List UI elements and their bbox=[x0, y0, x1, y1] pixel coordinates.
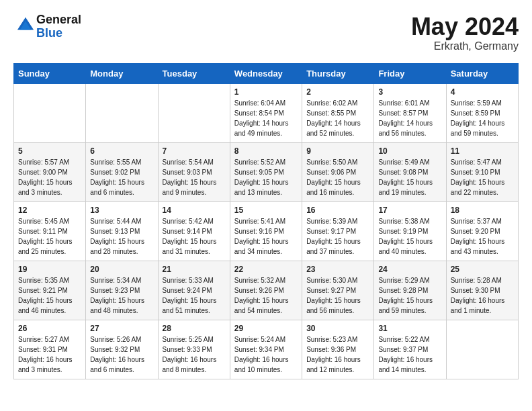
day-number: 15 bbox=[234, 205, 298, 215]
calendar-cell: 4Sunrise: 5:59 AMSunset: 8:59 PMDaylight… bbox=[446, 83, 518, 142]
day-detail: Sunrise: 5:27 AMSunset: 9:31 PMDaylight:… bbox=[18, 334, 81, 375]
day-number: 27 bbox=[90, 324, 153, 333]
title-block: May 2024 Erkrath, Germany bbox=[411, 13, 519, 52]
weekday-header-saturday: Saturday bbox=[446, 63, 518, 83]
day-number: 28 bbox=[163, 324, 226, 333]
day-detail: Sunrise: 5:35 AMSunset: 9:21 PMDaylight:… bbox=[18, 275, 81, 316]
day-detail: Sunrise: 6:04 AMSunset: 8:54 PMDaylight:… bbox=[234, 98, 298, 138]
day-number: 16 bbox=[306, 205, 369, 215]
calendar-cell: 26Sunrise: 5:27 AMSunset: 9:31 PMDayligh… bbox=[14, 320, 86, 379]
day-number: 29 bbox=[234, 324, 298, 333]
day-detail: Sunrise: 5:22 AMSunset: 9:37 PMDaylight:… bbox=[378, 334, 441, 375]
logo-text-general: General bbox=[36, 13, 81, 26]
calendar-cell bbox=[158, 83, 230, 142]
calendar-cell: 24Sunrise: 5:29 AMSunset: 9:28 PMDayligh… bbox=[374, 261, 446, 320]
calendar-cell: 25Sunrise: 5:28 AMSunset: 9:30 PMDayligh… bbox=[446, 261, 518, 320]
day-detail: Sunrise: 5:26 AMSunset: 9:32 PMDaylight:… bbox=[90, 334, 153, 375]
calendar-cell: 2Sunrise: 6:02 AMSunset: 8:55 PMDaylight… bbox=[302, 83, 374, 142]
day-number: 9 bbox=[306, 146, 369, 156]
calendar-week-row: 19Sunrise: 5:35 AMSunset: 9:21 PMDayligh… bbox=[14, 261, 519, 320]
day-detail: Sunrise: 5:55 AMSunset: 9:02 PMDaylight:… bbox=[90, 157, 153, 197]
calendar-cell: 9Sunrise: 5:50 AMSunset: 9:06 PMDaylight… bbox=[302, 142, 374, 201]
day-number: 25 bbox=[451, 265, 514, 274]
day-detail: Sunrise: 5:29 AMSunset: 9:28 PMDaylight:… bbox=[378, 275, 441, 316]
day-detail: Sunrise: 5:49 AMSunset: 9:08 PMDaylight:… bbox=[378, 157, 441, 197]
day-detail: Sunrise: 5:47 AMSunset: 9:10 PMDaylight:… bbox=[451, 157, 514, 197]
calendar-cell: 21Sunrise: 5:33 AMSunset: 9:24 PMDayligh… bbox=[158, 261, 230, 320]
day-number: 1 bbox=[234, 87, 298, 97]
calendar-cell: 16Sunrise: 5:39 AMSunset: 9:17 PMDayligh… bbox=[302, 201, 374, 261]
calendar-week-row: 1Sunrise: 6:04 AMSunset: 8:54 PMDaylight… bbox=[14, 83, 519, 142]
calendar-week-row: 5Sunrise: 5:57 AMSunset: 9:00 PMDaylight… bbox=[14, 142, 519, 201]
calendar-cell: 5Sunrise: 5:57 AMSunset: 9:00 PMDaylight… bbox=[14, 142, 86, 201]
weekday-header-friday: Friday bbox=[374, 63, 446, 83]
weekday-header-thursday: Thursday bbox=[302, 63, 374, 83]
day-number: 19 bbox=[18, 265, 81, 274]
calendar-cell: 28Sunrise: 5:25 AMSunset: 9:33 PMDayligh… bbox=[158, 320, 230, 379]
day-detail: Sunrise: 5:32 AMSunset: 9:26 PMDaylight:… bbox=[234, 275, 298, 316]
day-number: 7 bbox=[163, 146, 226, 156]
day-detail: Sunrise: 5:24 AMSunset: 9:34 PMDaylight:… bbox=[234, 334, 298, 375]
calendar-cell: 19Sunrise: 5:35 AMSunset: 9:21 PMDayligh… bbox=[14, 261, 86, 320]
weekday-header-monday: Monday bbox=[86, 63, 158, 83]
day-number: 12 bbox=[18, 205, 81, 215]
calendar-cell: 20Sunrise: 5:34 AMSunset: 9:23 PMDayligh… bbox=[86, 261, 158, 320]
day-number: 13 bbox=[90, 205, 153, 215]
calendar-cell: 15Sunrise: 5:41 AMSunset: 9:16 PMDayligh… bbox=[230, 201, 302, 261]
day-number: 21 bbox=[163, 265, 226, 274]
calendar-cell: 7Sunrise: 5:54 AMSunset: 9:03 PMDaylight… bbox=[158, 142, 230, 201]
day-number: 2 bbox=[306, 87, 369, 97]
calendar-cell: 31Sunrise: 5:22 AMSunset: 9:37 PMDayligh… bbox=[374, 320, 446, 379]
calendar-cell: 10Sunrise: 5:49 AMSunset: 9:08 PMDayligh… bbox=[374, 142, 446, 201]
calendar-cell: 6Sunrise: 5:55 AMSunset: 9:02 PMDaylight… bbox=[86, 142, 158, 201]
calendar-cell: 14Sunrise: 5:42 AMSunset: 9:14 PMDayligh… bbox=[158, 201, 230, 261]
calendar-cell bbox=[86, 83, 158, 142]
day-detail: Sunrise: 5:30 AMSunset: 9:27 PMDaylight:… bbox=[306, 275, 369, 316]
day-number: 23 bbox=[306, 265, 369, 274]
weekday-header-wednesday: Wednesday bbox=[230, 63, 302, 83]
calendar-cell: 1Sunrise: 6:04 AMSunset: 8:54 PMDaylight… bbox=[230, 83, 302, 142]
logo-text-blue: Blue bbox=[36, 26, 62, 40]
day-number: 10 bbox=[378, 146, 441, 156]
calendar-cell: 22Sunrise: 5:32 AMSunset: 9:26 PMDayligh… bbox=[230, 261, 302, 320]
calendar-cell bbox=[446, 320, 518, 379]
day-detail: Sunrise: 5:59 AMSunset: 8:59 PMDaylight:… bbox=[451, 98, 514, 138]
day-number: 17 bbox=[378, 205, 441, 215]
day-number: 22 bbox=[234, 265, 298, 274]
day-detail: Sunrise: 6:01 AMSunset: 8:57 PMDaylight:… bbox=[378, 98, 441, 138]
weekday-header-sunday: Sunday bbox=[14, 63, 86, 83]
day-detail: Sunrise: 5:50 AMSunset: 9:06 PMDaylight:… bbox=[306, 157, 369, 197]
day-detail: Sunrise: 5:44 AMSunset: 9:13 PMDaylight:… bbox=[90, 216, 153, 257]
calendar-table: SundayMondayTuesdayWednesdayThursdayFrid… bbox=[13, 63, 519, 379]
day-number: 26 bbox=[18, 324, 81, 333]
day-detail: Sunrise: 5:45 AMSunset: 9:11 PMDaylight:… bbox=[18, 216, 81, 257]
day-detail: Sunrise: 5:54 AMSunset: 9:03 PMDaylight:… bbox=[163, 157, 226, 197]
day-detail: Sunrise: 5:57 AMSunset: 9:00 PMDaylight:… bbox=[18, 157, 81, 197]
day-number: 6 bbox=[90, 146, 153, 156]
calendar-cell: 27Sunrise: 5:26 AMSunset: 9:32 PMDayligh… bbox=[86, 320, 158, 379]
day-detail: Sunrise: 5:41 AMSunset: 9:16 PMDaylight:… bbox=[234, 216, 298, 257]
calendar-cell: 30Sunrise: 5:23 AMSunset: 9:36 PMDayligh… bbox=[302, 320, 374, 379]
day-detail: Sunrise: 5:38 AMSunset: 9:19 PMDaylight:… bbox=[378, 216, 441, 257]
day-detail: Sunrise: 5:28 AMSunset: 9:30 PMDaylight:… bbox=[451, 275, 514, 316]
logo: General Blue bbox=[13, 13, 81, 40]
day-detail: Sunrise: 5:33 AMSunset: 9:24 PMDaylight:… bbox=[163, 275, 226, 316]
calendar-week-row: 26Sunrise: 5:27 AMSunset: 9:31 PMDayligh… bbox=[14, 320, 519, 379]
calendar-header-row: SundayMondayTuesdayWednesdayThursdayFrid… bbox=[14, 63, 519, 83]
calendar-cell: 11Sunrise: 5:47 AMSunset: 9:10 PMDayligh… bbox=[446, 142, 518, 201]
day-number: 3 bbox=[378, 87, 441, 97]
day-number: 20 bbox=[90, 265, 153, 274]
day-number: 24 bbox=[378, 265, 441, 274]
calendar-week-row: 12Sunrise: 5:45 AMSunset: 9:11 PMDayligh… bbox=[14, 201, 519, 261]
calendar-cell: 18Sunrise: 5:37 AMSunset: 9:20 PMDayligh… bbox=[446, 201, 518, 261]
day-detail: Sunrise: 5:42 AMSunset: 9:14 PMDaylight:… bbox=[163, 216, 226, 257]
calendar-cell: 3Sunrise: 6:01 AMSunset: 8:57 PMDaylight… bbox=[374, 83, 446, 142]
day-detail: Sunrise: 5:52 AMSunset: 9:05 PMDaylight:… bbox=[234, 157, 298, 197]
day-number: 4 bbox=[451, 87, 514, 97]
day-detail: Sunrise: 5:37 AMSunset: 9:20 PMDaylight:… bbox=[451, 216, 514, 257]
page-header: General Blue May 2024 Erkrath, Germany bbox=[13, 13, 519, 52]
day-number: 11 bbox=[451, 146, 514, 156]
calendar-cell bbox=[14, 83, 86, 142]
day-number: 18 bbox=[451, 205, 514, 215]
weekday-header-tuesday: Tuesday bbox=[158, 63, 230, 83]
